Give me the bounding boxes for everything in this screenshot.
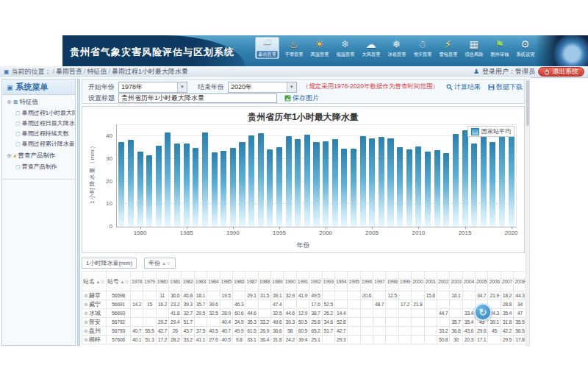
chart-bar (453, 134, 459, 227)
logout-label: 退出系统 (552, 67, 578, 77)
value-cell: 44.6 (284, 309, 296, 318)
value-cell (130, 309, 143, 318)
chart-legend[interactable]: 国家站平均 (467, 126, 514, 137)
value-cell: 29.5 (194, 309, 207, 318)
nav-item-hail[interactable]: ❅冰雹普查 (385, 37, 408, 58)
sort-icons[interactable]: ▲▽ (96, 280, 105, 284)
column-header-station[interactable]: 站名▲▽ (82, 272, 107, 291)
table-row: ⊕桐梓5760640.151.317.228.233.241.127.640.5… (82, 336, 526, 344)
row-expander-icon[interactable]: ⊕ (84, 311, 88, 316)
value-cell: 55.5 (143, 327, 156, 336)
data-table-wrap[interactable]: 站名▲▽站号▲▽19781979198019811982198319841985… (82, 271, 525, 346)
station-name-cell[interactable]: ⊕盘州 (82, 327, 107, 336)
station-id-cell: 56693 (106, 309, 130, 318)
end-year-select[interactable]: 2020年▼ (228, 82, 297, 93)
sidebar-item[interactable]: ▢暴雨过程日最大降水量 (2, 118, 75, 128)
value-cell (322, 336, 334, 344)
column-header-id[interactable]: 站号▲▽ (106, 272, 130, 291)
chart-bar (128, 140, 134, 227)
value-cell: 17.2 (156, 336, 168, 344)
station-name-cell[interactable]: ⊕威宁 (82, 300, 107, 309)
chart-title-input[interactable] (118, 93, 277, 103)
sidebar-item[interactable]: ▢暴雨过程累计降水量 (2, 138, 75, 149)
value-cell (348, 318, 360, 327)
calculate-link[interactable]: 计算结果 (446, 82, 481, 92)
value-cell: 50.5 (296, 318, 309, 327)
expander-icon[interactable]: ⊕ (7, 152, 12, 159)
chart-bar (434, 150, 440, 227)
breadcrumb-item[interactable]: 暴雨过程1小时最大降水量 (112, 68, 188, 75)
sidebar-group-2[interactable]: ⊕◕普查产品制作 (2, 149, 75, 161)
nav-item-lightning[interactable]: ⚡雷电普查 (437, 37, 459, 58)
sort-icons[interactable]: ▲▽ (120, 280, 129, 284)
value-cell: 20.6 (360, 291, 373, 300)
breadcrumb-item[interactable]: 暴雨普查 (56, 68, 82, 75)
chart-bar (212, 152, 218, 227)
y-tick-label: 30 (95, 155, 112, 162)
value-cell (143, 318, 156, 327)
value-cell: 18.1 (450, 291, 462, 300)
station-name-cell[interactable]: ⊕水城 (82, 309, 107, 318)
row-expander-icon[interactable]: ⊕ (84, 302, 88, 307)
nav-item-calculator[interactable]: ▦综合风险 (462, 37, 485, 58)
nav-item-wind[interactable]: ☁大风普查 (359, 37, 382, 58)
document-icon: ▢ (15, 141, 21, 146)
sidebar-item[interactable]: ▢普查产品制作 (2, 161, 75, 171)
chart-bar (415, 146, 421, 227)
breadcrumb-item[interactable]: 特征值 (87, 68, 107, 75)
start-year-select[interactable]: 1978年▼ (118, 82, 187, 93)
row-expander-icon[interactable]: ⊕ (84, 293, 88, 298)
row-expander-icon[interactable]: ⊕ (84, 328, 88, 333)
chart-bar (509, 128, 514, 227)
column-header-year: 1986 (232, 272, 245, 291)
monitor-icon: ▣ (4, 68, 10, 75)
sidebar-item[interactable]: ▢暴雨过程持续天数 (2, 128, 75, 138)
chart-bar (369, 138, 375, 227)
vertical-scrollbar[interactable] (526, 79, 530, 346)
wrench-icon: ⚙ (520, 38, 530, 51)
nav-item-snow[interactable]: ☃雪灾普查 (411, 37, 434, 58)
station-name-cell[interactable]: ⊕普安 (82, 318, 107, 327)
x-tick-label: 2015 (459, 230, 472, 236)
value-cell: 41.9 (296, 291, 309, 300)
user-icon: ♟ (473, 66, 479, 77)
nav-item-wrench[interactable]: ⚙系统设置 (514, 37, 537, 58)
hail-icon: ❅ (392, 38, 401, 51)
chart-bar (360, 136, 366, 227)
sort-icons[interactable]: ▲▽ (162, 261, 171, 266)
sidebar-item[interactable]: ▢暴雨过程1小时最大降水量 (2, 107, 75, 118)
row-expander-icon[interactable]: ⊕ (84, 319, 88, 325)
value-cell: 30 (450, 336, 462, 344)
expander-icon[interactable]: ⊕ (7, 99, 12, 105)
year-filter[interactable]: 年份▲▽ (144, 258, 176, 269)
value-cell: 35.7 (194, 300, 207, 309)
value-cell: 33.2 (258, 318, 270, 327)
value-cell: 33.2 (437, 327, 449, 336)
station-name-cell[interactable]: ⊕桐梓 (82, 336, 107, 344)
row-expander-icon[interactable]: ⊕ (84, 337, 88, 342)
nav-item-map[interactable]: ⚑图件审核 (488, 37, 511, 58)
value-cell (462, 291, 475, 300)
y-axis-label: 1小时降水量（mm） (88, 142, 96, 204)
y-tick-label: 10 (95, 200, 112, 207)
value-cell: 43.6 (462, 327, 475, 336)
sidebar-splitter[interactable] (77, 79, 80, 346)
value-cell (398, 336, 411, 344)
station-name-cell[interactable]: ⊕赫章 (82, 291, 107, 300)
scrollbar-thumb[interactable] (526, 80, 529, 126)
nav-item-drought[interactable]: ♨干旱普查 (282, 37, 305, 58)
x-tick-mark (418, 227, 419, 229)
station-name: 桐梓 (89, 336, 101, 343)
nav-item-cold[interactable]: ❄低温普查 (334, 37, 356, 58)
value-cell (386, 318, 398, 327)
download-link[interactable]: 数据下载 (488, 82, 523, 92)
refresh-float-button[interactable]: ↻ (474, 303, 492, 321)
logout-button[interactable]: 退出系统 (538, 67, 584, 77)
nav-item-heat[interactable]: ☀高温普查 (308, 37, 331, 58)
save-image-link[interactable]: 保存图片 (284, 93, 319, 103)
value-cell: 35.4 (501, 309, 513, 318)
value-cell: 23.2 (169, 300, 182, 309)
sidebar-group-1[interactable]: ⊕≣特征值 (2, 95, 75, 107)
x-tick-mark (140, 227, 141, 229)
nav-item-rain[interactable]: ☔暴雨普查 (255, 37, 279, 59)
